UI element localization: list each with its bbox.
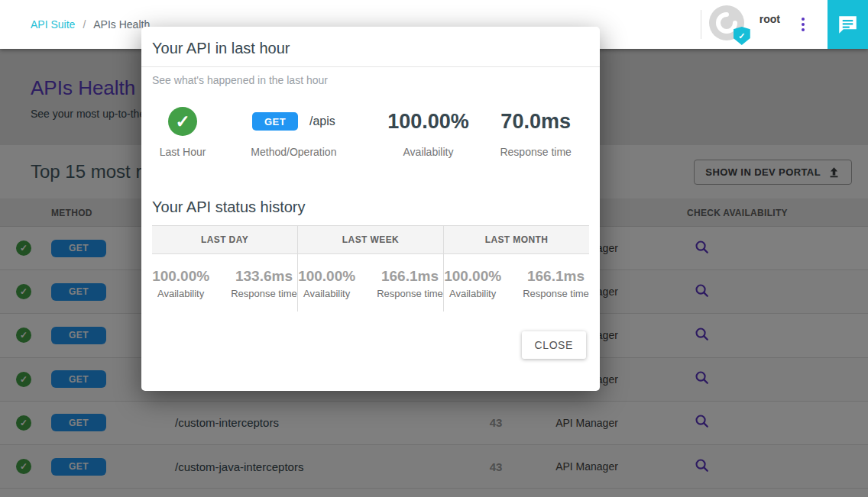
response-time-label: Response time	[500, 146, 571, 158]
username: root	[760, 13, 780, 25]
operation-path: /apis	[309, 115, 335, 128]
breadcrumb-api-suite[interactable]: API Suite	[31, 18, 75, 31]
availability-value: 100.00%	[298, 268, 355, 285]
availability-label: Availability	[449, 288, 496, 299]
verified-shield-icon: ✓	[734, 27, 750, 45]
availability-label: Availability	[303, 288, 350, 299]
close-button[interactable]: CLOSE	[522, 331, 586, 359]
breadcrumb: API Suite / APIs Health	[31, 18, 150, 31]
history-header-last-week: LAST WEEK	[297, 226, 443, 253]
breadcrumb-separator: /	[83, 18, 86, 31]
dialog-subtitle: See what's happened in the last hour	[141, 67, 600, 86]
method-operation-label: Method/Operation	[251, 146, 336, 158]
status-history-table: LAST DAY LAST WEEK LAST MONTH 100.00% Av…	[152, 225, 589, 311]
availability-label: Availability	[403, 146, 454, 158]
header-divider	[701, 10, 701, 39]
history-cell-last-month: 100.00% Availability 166.1ms Response ti…	[443, 254, 589, 311]
response-time-value: 133.6ms	[235, 268, 293, 285]
status-history-title: Your API status history	[141, 158, 600, 225]
dialog-title: Your API in last hour	[141, 27, 600, 66]
response-time-value: 166.1ms	[527, 268, 585, 285]
response-time-label: Response time	[231, 288, 297, 299]
user-avatar[interactable]: ✓	[709, 5, 747, 44]
availability-label: Availability	[157, 288, 204, 299]
history-cell-last-day: 100.00% Availability 133.6ms Response ti…	[152, 254, 297, 311]
chat-icon	[837, 15, 858, 35]
history-cell-last-week: 100.00% Availability 166.1ms Response ti…	[297, 254, 443, 311]
method-chip: GET	[252, 112, 298, 131]
availability-value: 100.00%	[387, 107, 469, 136]
history-header-last-day: LAST DAY	[152, 226, 297, 253]
last-hour-label: Last Hour	[160, 146, 206, 158]
response-time-value: 70.0ms	[500, 107, 571, 136]
last-hour-stats: ✓ Last Hour GET /apis Method/Operation 1…	[141, 86, 600, 158]
history-header-last-month: LAST MONTH	[443, 226, 589, 253]
response-time-label: Response time	[523, 288, 589, 299]
response-time-value: 166.1ms	[381, 268, 439, 285]
api-last-hour-dialog: Your API in last hour See what's happene…	[141, 27, 600, 391]
last-hour-check-circle-icon: ✓	[168, 107, 197, 136]
response-time-label: Response time	[377, 288, 443, 299]
availability-value: 100.00%	[152, 268, 209, 285]
more-options-icon[interactable]	[797, 13, 809, 36]
chat-button[interactable]	[828, 0, 868, 49]
page: API Suite / APIs Health ✓ root	[0, 0, 868, 497]
availability-value: 100.00%	[444, 268, 501, 285]
